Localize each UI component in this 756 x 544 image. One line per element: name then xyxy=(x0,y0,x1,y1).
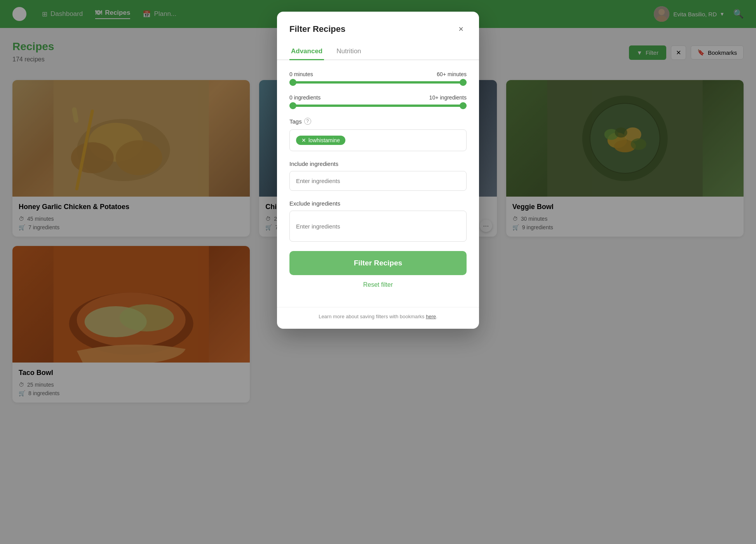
modal-footer: Learn more about saving filters with boo… xyxy=(277,307,479,329)
tag-label: lowhistamine xyxy=(308,137,340,143)
exclude-ingredients-section: Exclude ingredients xyxy=(289,200,467,242)
time-range-thumb-right[interactable] xyxy=(460,79,467,86)
reset-filter-link[interactable]: Reset filter xyxy=(289,281,467,288)
time-min-label: 0 minutes xyxy=(289,71,313,77)
ingredients-min-label: 0 ingredients xyxy=(289,94,321,101)
tab-nutrition[interactable]: Nutrition xyxy=(335,44,362,60)
modal-header: Filter Recipes × xyxy=(277,12,479,36)
tags-section: Tags ? ✕ lowhistamine xyxy=(289,118,467,151)
include-ingredients-section: Include ingredients xyxy=(289,160,467,191)
time-range-thumb-left[interactable] xyxy=(289,79,296,86)
footer-note-text: Learn more about saving filters with boo… xyxy=(319,314,426,319)
ingredients-range: 0 ingredients 10+ ingredients xyxy=(289,94,467,107)
modal-title: Filter Recipes xyxy=(289,24,345,34)
tags-help-icon[interactable]: ? xyxy=(304,118,311,125)
ingredients-range-labels: 0 ingredients 10+ ingredients xyxy=(289,94,467,101)
footer-period: . xyxy=(436,314,437,319)
ingredients-max-label: 10+ ingredients xyxy=(429,94,467,101)
filter-modal: Filter Recipes × Advanced Nutrition 0 mi… xyxy=(277,12,479,329)
exclude-label: Exclude ingredients xyxy=(289,200,467,207)
footer-bookmarks-link[interactable]: here xyxy=(426,314,436,319)
modal-tabs: Advanced Nutrition xyxy=(277,44,479,60)
modal-overlay[interactable]: Filter Recipes × Advanced Nutrition 0 mi… xyxy=(0,0,756,544)
ingredients-range-thumb-right[interactable] xyxy=(460,102,467,109)
include-label: Include ingredients xyxy=(289,160,467,167)
modal-body: 0 minutes 60+ minutes 0 ingredients 10+ … xyxy=(277,60,479,307)
time-range: 0 minutes 60+ minutes xyxy=(289,71,467,84)
exclude-ingredients-input[interactable] xyxy=(289,211,467,242)
tag-remove-button[interactable]: ✕ xyxy=(301,137,306,143)
time-range-labels: 0 minutes 60+ minutes xyxy=(289,71,467,77)
filter-recipes-button[interactable]: Filter Recipes xyxy=(289,251,467,275)
tag-lowhistamine: ✕ lowhistamine xyxy=(296,136,345,145)
tags-label: Tags ? xyxy=(289,118,467,125)
tab-advanced[interactable]: Advanced xyxy=(289,44,324,60)
ingredients-range-track[interactable] xyxy=(289,105,467,107)
include-ingredients-input[interactable] xyxy=(289,171,467,191)
ingredients-range-thumb-left[interactable] xyxy=(289,102,296,109)
time-range-track[interactable] xyxy=(289,81,467,84)
time-max-label: 60+ minutes xyxy=(437,71,467,77)
modal-close-button[interactable]: × xyxy=(455,23,467,36)
tags-input[interactable]: ✕ lowhistamine xyxy=(289,129,467,151)
